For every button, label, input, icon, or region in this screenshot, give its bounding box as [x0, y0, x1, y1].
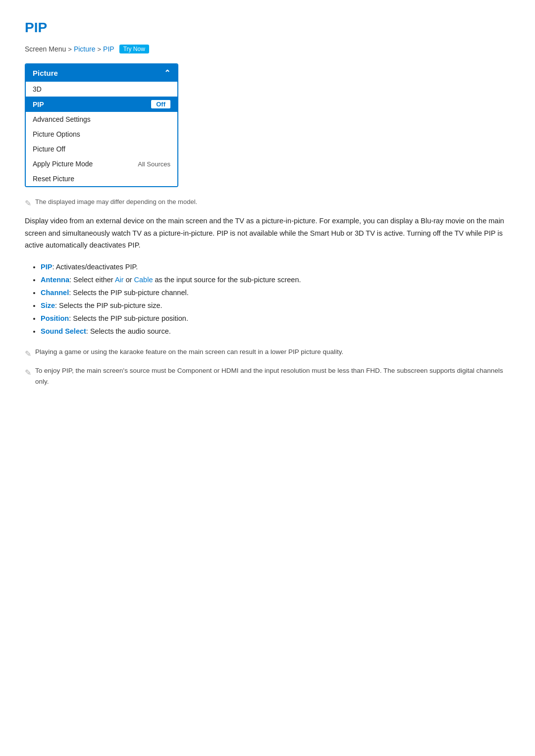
breadcrumb-pip[interactable]: PIP [103, 45, 114, 53]
pencil-icon: ✎ [25, 366, 31, 379]
pencil-icon: ✎ [25, 199, 31, 208]
note-text: Playing a game or using the karaoke feat… [35, 347, 343, 357]
chevron-up-icon: ⌃ [164, 68, 170, 78]
menu-item[interactable]: Apply Picture ModeAll Sources [26, 156, 177, 171]
term: Channel [41, 289, 69, 297]
menu-item-label: Apply Picture Mode [33, 160, 93, 168]
inline-link[interactable]: Cable [134, 276, 153, 284]
list-item: Channel: Selects the PIP sub-picture cha… [41, 286, 510, 299]
description-text: Display video from an external device on… [25, 215, 510, 252]
breadcrumb-sep-1: > [68, 46, 72, 53]
note-text: To enjoy PIP, the main screen's source m… [35, 365, 510, 387]
menu-item-label: Reset Picture [33, 175, 74, 183]
term: PIP [41, 263, 52, 271]
try-now-badge[interactable]: Try Now [119, 45, 149, 53]
breadcrumb-screen-menu: Screen Menu [25, 45, 66, 53]
menu-item-label: 3D [33, 85, 42, 93]
list-item: Sound Select: Selects the audio source. [41, 325, 510, 338]
note-block: ✎Playing a game or using the karaoke fea… [25, 347, 510, 360]
menu-header: Picture ⌃ [26, 64, 177, 82]
menu-item[interactable]: Reset Picture [26, 171, 177, 186]
menu-item[interactable]: 3D [26, 82, 177, 97]
term: Antenna [41, 276, 69, 284]
menu-items-container: 3DPIPOffAdvanced SettingsPicture Options… [26, 82, 177, 186]
menu-item-label: PIP [33, 101, 44, 108]
menu-item[interactable]: Advanced Settings [26, 112, 177, 127]
bullet-list: PIP: Activates/deactivates PIP.Antenna: … [25, 260, 510, 338]
term: Position [41, 314, 69, 322]
menu-item[interactable]: Picture Off [26, 142, 177, 156]
breadcrumb-sep-2: > [97, 46, 101, 53]
menu-item-label: Picture Off [33, 145, 65, 153]
list-item: Size: Selects the PIP sub-picture size. [41, 299, 510, 312]
menu-item-label: Advanced Settings [33, 115, 91, 123]
breadcrumb-picture[interactable]: Picture [74, 45, 96, 53]
term: Size [41, 302, 55, 309]
page-title: PIP [25, 20, 510, 36]
menu-item-label: Picture Options [33, 130, 80, 138]
menu-item-value: All Sources [138, 160, 170, 168]
note-below-menu: ✎ The displayed image may differ dependi… [25, 198, 510, 208]
pencil-icon: ✎ [25, 348, 31, 360]
menu-item[interactable]: Picture Options [26, 127, 177, 142]
menu-header-label: Picture [33, 69, 58, 77]
notes-container: ✎Playing a game or using the karaoke fea… [25, 347, 510, 387]
note-below-menu-text: The displayed image may differ depending… [35, 198, 197, 205]
breadcrumb: Screen Menu > Picture > PIP Try Now [25, 45, 510, 53]
menu-box: Picture ⌃ 3DPIPOffAdvanced SettingsPictu… [25, 63, 178, 187]
inline-link[interactable]: Air [115, 276, 124, 284]
list-item: Position: Selects the PIP sub-picture po… [41, 312, 510, 325]
list-item: PIP: Activates/deactivates PIP. [41, 260, 510, 273]
menu-item-value: Off [151, 100, 170, 108]
note-block: ✎To enjoy PIP, the main screen's source … [25, 365, 510, 387]
term: Sound Select [41, 327, 86, 335]
list-item: Antenna: Select either Air or Cable as t… [41, 273, 510, 286]
menu-item[interactable]: PIPOff [26, 97, 177, 112]
